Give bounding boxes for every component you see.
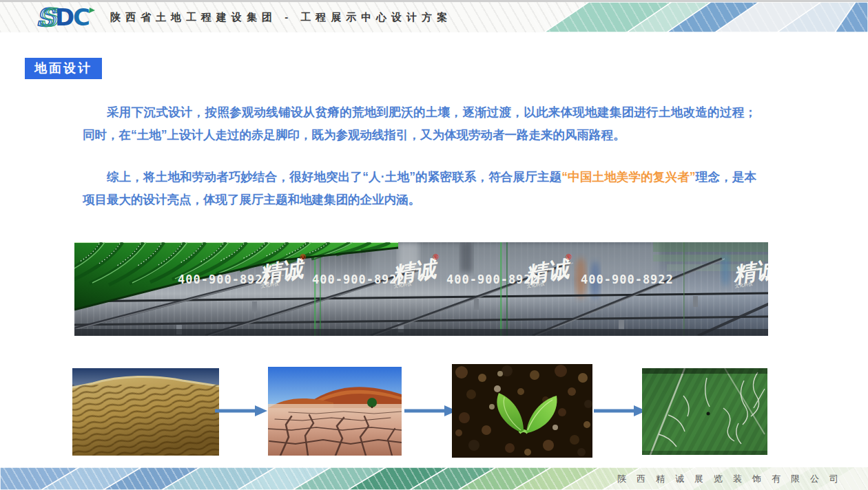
body-text-block: 采用下沉式设计，按照参观动线铺设从贫瘠的荒地到肥沃的土壤，逐渐过渡，以此来体现地… [83,101,756,211]
slide-page: S S S D C 陕西省土地工程建设集团 - 工程展示中心设计方案 地面设计 … [0,0,868,490]
watermark-phone: 400-900-8922 [178,273,271,286]
footer-bar: 陕西精诚展览装饰有限公司 [0,467,868,490]
paragraph-2-lead: 综上，将土地和劳动者巧妙结合，很好地突出了“人·土地”的紧密联系，符合展厅主题 [107,170,561,184]
svg-text:C: C [73,3,90,31]
arrow-right-icon [594,405,646,416]
watermark-registered-mark: ® [566,253,572,262]
header-stripes-overlay [530,2,868,32]
process-image-seedling [452,364,592,458]
process-image-green-farmland [642,368,767,455]
watermark-registered-mark: ® [433,253,440,262]
header-bar: S S S D C 陕西省土地工程建设集团 - 工程展示中心设计方案 [0,2,868,32]
watermark-phone: 400-900-8922 [581,273,674,286]
svg-text:D: D [55,3,74,31]
watermark-registered-mark: ® [300,253,307,262]
watermark-phone: 400-900-8922 [312,273,405,286]
floor-design-render-image: 400-900-8922 400-900-8922 400-900-8922 4… [74,242,768,336]
footer-company-name: 陕西精诚展览装饰有限公司 [617,467,849,490]
paragraph-2-highlight: “中国土地美学的复兴者” [561,170,695,184]
paragraph-1: 采用下沉式设计，按照参观动线铺设从贫瘠的荒地到肥沃的土壤，逐渐过渡，以此来体现地… [83,101,756,147]
page-title: 陕西省土地工程建设集团 - 工程展示中心设计方案 [110,2,452,32]
section-badge-ground-design: 地面设计 [25,58,102,79]
arrow-right-icon [404,405,457,416]
process-image-sand-dunes [72,368,219,456]
process-image-cracked-earth [268,367,402,456]
sdc-logo-icon: S S S D C [36,3,105,31]
arrow-right-icon [215,405,267,416]
paragraph-2: 综上，将土地和劳动者巧妙结合，很好地突出了“人·土地”的紧密联系，符合展厅主题“… [83,166,756,211]
